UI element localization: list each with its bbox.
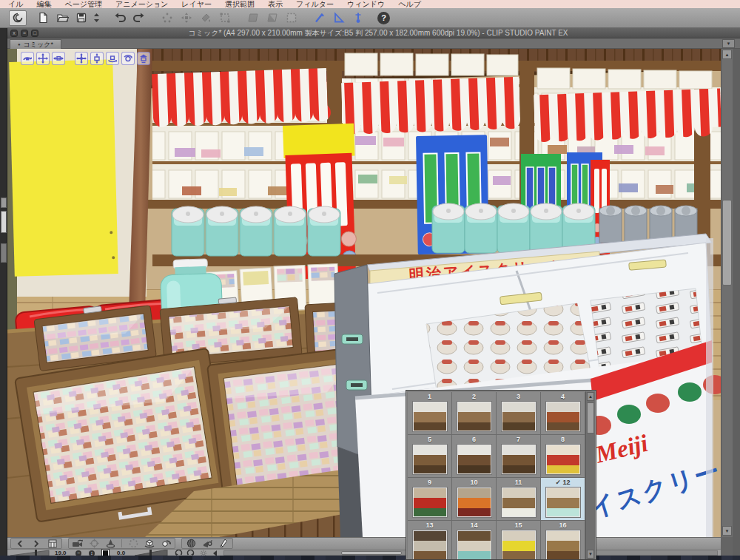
camera-angle-thumbnail-9[interactable]: 9 xyxy=(408,478,451,520)
menu-item-4[interactable]: レイヤー xyxy=(175,0,218,8)
minimize-window-button[interactable]: = xyxy=(21,30,28,37)
canvas-vertical-scrollbar[interactable]: ▲ ▼ xyxy=(721,49,733,537)
camera-angle-thumbnail-4[interactable]: 4 xyxy=(541,392,585,434)
pen-cursor-icon[interactable] xyxy=(311,10,329,26)
save-spinner-icon[interactable] xyxy=(92,10,101,26)
dock-widget-icon[interactable] xyxy=(1,198,7,208)
new-file-icon[interactable] xyxy=(34,10,52,26)
thumbnail-number: 6 xyxy=(472,435,476,445)
command-bar: ? xyxy=(0,8,740,28)
symmetry-ruler-icon[interactable] xyxy=(349,10,367,26)
app-background-column xyxy=(733,28,740,556)
dotted-circle-button[interactable] xyxy=(126,539,141,548)
camera-pan-icon[interactable] xyxy=(36,52,50,65)
camera-angle-thumbnail-15[interactable]: 15 xyxy=(497,521,540,560)
thumbnail-preview xyxy=(413,530,447,560)
scroll-down-arrow-icon[interactable]: ▼ xyxy=(722,526,732,536)
menu-item-1[interactable]: 編集 xyxy=(30,0,58,8)
thumbnail-preview xyxy=(457,530,491,560)
camera-dolly-icon[interactable] xyxy=(52,52,65,65)
thumbnail-grid: 1234567891011✓ 1213141516 xyxy=(408,392,585,560)
page-list-button[interactable] xyxy=(45,539,60,548)
camera-angle-thumbnail-6[interactable]: 6 xyxy=(452,435,496,477)
camera-angle-thumbnail-7[interactable]: 7 xyxy=(497,435,540,477)
help-icon[interactable]: ? xyxy=(377,12,390,24)
menu-item-6[interactable]: 表示 xyxy=(261,0,289,8)
thumbnail-number: 8 xyxy=(561,435,565,445)
camera-angle-thumbnail-11[interactable]: 11 xyxy=(497,478,540,520)
clip-studio-logo-icon[interactable] xyxy=(9,10,27,26)
undo-icon[interactable] xyxy=(111,10,129,26)
scroll-up-arrow-icon[interactable]: ▲ xyxy=(722,50,732,59)
close-window-button[interactable]: x xyxy=(10,30,18,37)
camera-angle-thumbnail-13[interactable]: 13 xyxy=(408,521,451,560)
dock-widget-grip[interactable] xyxy=(1,243,7,263)
camera-angle-thumbnail-2[interactable]: 2 xyxy=(452,392,496,434)
pen-touch-button[interactable] xyxy=(216,539,231,548)
menu-item-0[interactable]: イル xyxy=(1,0,30,8)
menu-item-5[interactable]: 選択範囲 xyxy=(218,0,261,8)
object-move-icon[interactable] xyxy=(75,52,88,65)
tab-label: コミック* xyxy=(24,40,53,50)
object-rotate-icon[interactable] xyxy=(121,52,135,65)
layer-mask-alt-icon[interactable] xyxy=(263,10,281,26)
dock-widget-button[interactable] xyxy=(1,211,7,233)
object-rotate-y-icon[interactable] xyxy=(106,52,119,65)
tab-bar: ● コミック* ▼ xyxy=(7,38,740,49)
vertical-scroll-thumb[interactable] xyxy=(722,200,732,286)
camera-angle-thumbnail-3[interactable]: 3 xyxy=(497,392,540,434)
object-vertical-move-icon[interactable] xyxy=(90,52,104,65)
panel-scrollbar[interactable]: ▲ ▼ xyxy=(585,391,595,560)
thumbnail-number: 10 xyxy=(470,478,477,488)
tab-list-dropdown-button[interactable]: ▼ xyxy=(722,39,735,48)
document-title: コミック* (A4 297.00 x 210.00mm 製本サイズ:B5 判 2… xyxy=(38,28,718,38)
save-icon[interactable] xyxy=(73,10,90,26)
transform-icon[interactable] xyxy=(216,10,234,26)
fill-tool-icon[interactable] xyxy=(197,10,215,26)
menu-item-8[interactable]: ウィンドウ xyxy=(340,0,391,8)
camera-angle-thumbnail-12[interactable]: ✓ 12 xyxy=(541,478,585,520)
camera-angle-thumbnail-5[interactable]: 5 xyxy=(408,435,451,477)
move-layer-icon[interactable] xyxy=(178,10,195,26)
prev-page-button[interactable] xyxy=(13,539,27,548)
camera-pose-button[interactable] xyxy=(70,539,85,548)
open-file-icon[interactable] xyxy=(53,10,71,26)
snap-dots-icon[interactable] xyxy=(158,10,176,26)
document-titlebar: x = □ コミック* (A4 297.00 x 210.00mm 製本サイズ:… xyxy=(7,28,740,38)
thumbnail-number: 9 xyxy=(428,478,431,488)
material-sphere-button[interactable] xyxy=(184,539,198,548)
layer-mask-icon[interactable] xyxy=(244,10,262,26)
camera-angle-thumbnail-14[interactable]: 14 xyxy=(452,521,496,560)
camera-angle-thumbnail-1[interactable]: 1 xyxy=(408,392,451,434)
tab-comic[interactable]: ● コミック* xyxy=(10,39,61,49)
thumbnail-preview xyxy=(457,445,491,474)
next-page-button[interactable] xyxy=(29,539,44,548)
camera-angle-thumbnail-8[interactable]: 8 xyxy=(541,435,585,477)
camera-orbit-icon[interactable] xyxy=(21,52,34,65)
camera-angle-thumbnail-16[interactable]: 16 xyxy=(541,521,585,560)
object-root-icon[interactable] xyxy=(137,52,150,65)
gizmo-cube-button[interactable] xyxy=(142,539,157,548)
panel-scroll-up-icon[interactable]: ▲ xyxy=(587,392,594,401)
spotlight-button[interactable] xyxy=(103,539,118,548)
panel-scroll-thumb[interactable] xyxy=(587,402,594,434)
yellow-sign xyxy=(9,59,118,277)
maximize-window-button[interactable]: □ xyxy=(31,30,38,37)
thumbnail-preview xyxy=(546,402,580,431)
menu-item-2[interactable]: ページ管理 xyxy=(58,0,108,8)
menu-item-9[interactable]: ヘルプ xyxy=(391,0,428,8)
rotate-object-button[interactable] xyxy=(158,539,173,548)
thumbnail-preview xyxy=(502,530,536,560)
camera-angle-thumbnail-10[interactable]: 10 xyxy=(452,478,496,520)
redo-icon[interactable] xyxy=(130,10,148,26)
panel-scroll-down-icon[interactable]: ▼ xyxy=(587,550,594,559)
menu-item-3[interactable]: アニメーション xyxy=(109,0,175,8)
menu-item-7[interactable]: フィルター xyxy=(289,0,340,8)
selection-border-icon[interactable] xyxy=(283,10,300,26)
canvas-3d-scene[interactable]: 明治アイスクリーム xyxy=(7,49,721,537)
triangle-ruler-icon[interactable] xyxy=(330,10,348,26)
light-source-button[interactable] xyxy=(200,539,215,548)
thumbnail-preview xyxy=(546,488,580,517)
horizontal-scroll-thumb[interactable] xyxy=(341,551,402,555)
target-button[interactable] xyxy=(87,539,101,548)
